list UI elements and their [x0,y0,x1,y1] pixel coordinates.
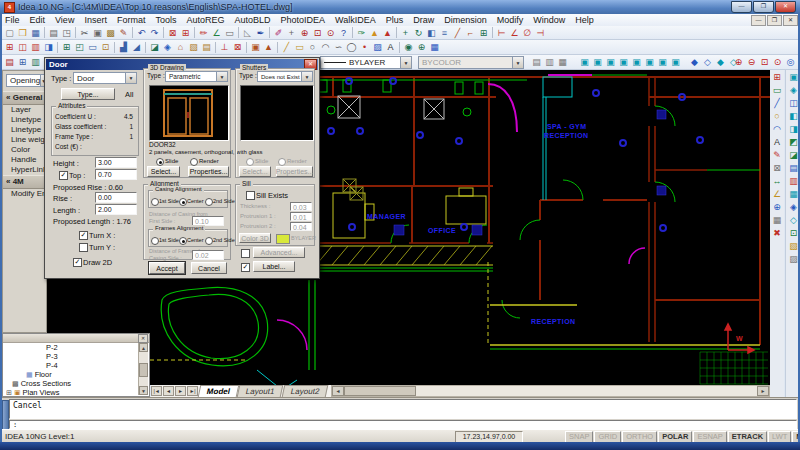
dim-linear-icon[interactable]: ⊢ [495,27,508,39]
ramp-icon[interactable]: ◢ [130,41,143,53]
pen-icon[interactable]: ✒ [254,27,267,39]
zoom-center-icon[interactable]: ⊙ [771,56,784,68]
panel-item[interactable]: Layer [3,105,46,115]
menu-autoreg[interactable]: AutoREG [181,15,229,25]
menu-help[interactable]: Help [570,15,599,25]
view-bottom-icon[interactable]: ▣ [591,56,604,68]
plot-style-icon[interactable]: ▤ [530,56,543,68]
horizontal-scrollbar[interactable]: ◄ ► [331,385,770,397]
stairs-icon[interactable]: ▟ [117,41,130,53]
menu-file[interactable]: File [0,15,25,25]
redo-icon[interactable]: ↷ [148,27,161,39]
frames-center-radio[interactable] [179,237,187,245]
save-icon[interactable]: ▦ [29,27,42,39]
command-history[interactable]: Cancel [9,399,797,419]
stretch-icon[interactable]: ↔ [771,174,784,187]
chevron-down-icon[interactable]: ▼ [216,72,227,81]
insert-block-icon[interactable]: ⊕ [415,41,428,53]
insert-icon[interactable]: ⊕ [771,200,784,213]
scroll-thumb[interactable] [139,363,148,377]
tab-nav-button[interactable]: ◄ [163,386,174,396]
roof-icon[interactable]: ⌂ [174,41,187,53]
print-icon[interactable]: ▤ [47,27,60,39]
draw-wall-icon[interactable]: ⊞ [771,70,784,83]
top-field[interactable]: 0.70 [95,169,137,180]
hatch-icon[interactable]: ▨ [371,41,384,53]
draw-arc-icon[interactable]: ◠ [771,122,784,135]
command-grip[interactable] [2,400,9,430]
frames-1st-radio[interactable] [151,237,159,245]
make-block-icon[interactable]: ◉ [402,41,415,53]
advanced-checkbox[interactable] [241,249,250,258]
color-swatch[interactable] [276,234,290,244]
sheet-set-icon[interactable]: ▤ [3,56,16,68]
help-icon[interactable]: ? [337,27,350,39]
length-field[interactable]: 2.00 [95,204,137,215]
command-input[interactable]: : [9,420,797,429]
panel-item[interactable]: Linetype [3,125,46,135]
paintbrush-icon[interactable]: ✐ [272,27,285,39]
tree-item-cross-sections[interactable]: ▩Cross Sections [4,379,138,388]
label-checkbox[interactable] [241,263,250,272]
ellipse-icon[interactable]: ◯ [345,41,358,53]
hscroll-thumb[interactable] [344,386,416,396]
cut-icon[interactable]: ✂ [78,27,91,39]
tab-nav-button[interactable]: ► [175,386,186,396]
mirror-icon[interactable]: ◧ [425,27,438,39]
panel-item[interactable]: HyperLink [3,165,46,175]
menu-plus[interactable]: Plus [381,15,409,25]
hatch-tool-icon[interactable]: ▦ [771,213,784,226]
chevron-down-icon[interactable]: ▼ [125,73,136,83]
render-icon[interactable]: ▲ [381,27,394,39]
mdi-close-button[interactable]: ✕ [783,15,798,26]
panel-item[interactable]: Color [3,145,46,155]
print-preview-icon[interactable]: ◳ [60,27,73,39]
markup-icon[interactable]: ⊞ [179,27,192,39]
tree-scrollbar[interactable]: ▲ ▼ [138,343,148,395]
edit-icon[interactable]: ✎ [771,148,784,161]
move-icon[interactable]: + [399,27,412,39]
view-front-icon[interactable]: ▣ [630,56,643,68]
tab-layout1[interactable]: Layout1 [237,385,284,397]
zoom-dynamic-icon[interactable]: ⊖ [745,56,758,68]
dim-baseline-icon[interactable]: ⊣ [534,27,547,39]
trim-icon[interactable]: ╱ [451,27,464,39]
draw-circle-icon[interactable]: ○ [771,109,784,122]
scroll-right-icon[interactable]: ► [757,386,769,396]
menu-modify[interactable]: Modify [492,15,529,25]
draw-line-icon[interactable]: ╱ [771,96,784,109]
sketch-icon[interactable]: ✏ [197,27,210,39]
ceiling-icon[interactable]: ▤ [200,41,213,53]
column-icon[interactable]: ⊥ [218,41,231,53]
erase-tool-icon[interactable]: ✖ [771,226,784,239]
arc-icon[interactable]: ◠ [319,41,332,53]
delete-icon[interactable]: ⊠ [771,161,784,174]
wall-properties-icon[interactable]: ▥ [29,41,42,53]
tool-palettes-icon[interactable]: ▥ [29,56,42,68]
menu-dimension[interactable]: Dimension [439,15,492,25]
pan-icon[interactable]: + [285,27,298,39]
panel-item[interactable]: Modify En [3,189,46,199]
pan-3d-icon[interactable]: ◇ [701,56,714,68]
array-icon[interactable]: ⊞ [477,27,490,39]
turn-y-checkbox[interactable] [79,243,88,252]
view-back-icon[interactable]: ▣ [643,56,656,68]
menu-window[interactable]: Window [528,15,570,25]
label-button[interactable]: Label... [253,261,295,272]
view-se-iso-icon[interactable]: ▣ [669,56,682,68]
linetype-combo[interactable]: BYLAYER ▼ [320,56,412,69]
draw-text-icon[interactable]: A [771,135,784,148]
properties-button[interactable]: Properties... [188,166,229,177]
casing-2nd-radio[interactable] [205,198,213,206]
zoom-window-icon[interactable]: ⊕ [732,56,745,68]
tree-item-p-4[interactable]: P-4 [4,361,138,370]
panel-item[interactable]: Linetype [3,115,46,125]
dim-diameter-icon[interactable]: ∅ [521,27,534,39]
publish-icon[interactable]: ▦ [556,56,569,68]
sill-exists-checkbox[interactable] [246,191,255,200]
close-button[interactable]: ✕ [775,1,796,13]
shutters-type-combo[interactable]: Does not Exist ▼ [257,71,313,82]
open-icon[interactable]: ❒ [16,27,29,39]
circle-icon[interactable]: ○ [306,41,319,53]
menu-photoidea[interactable]: PhotoIDEA [276,15,331,25]
